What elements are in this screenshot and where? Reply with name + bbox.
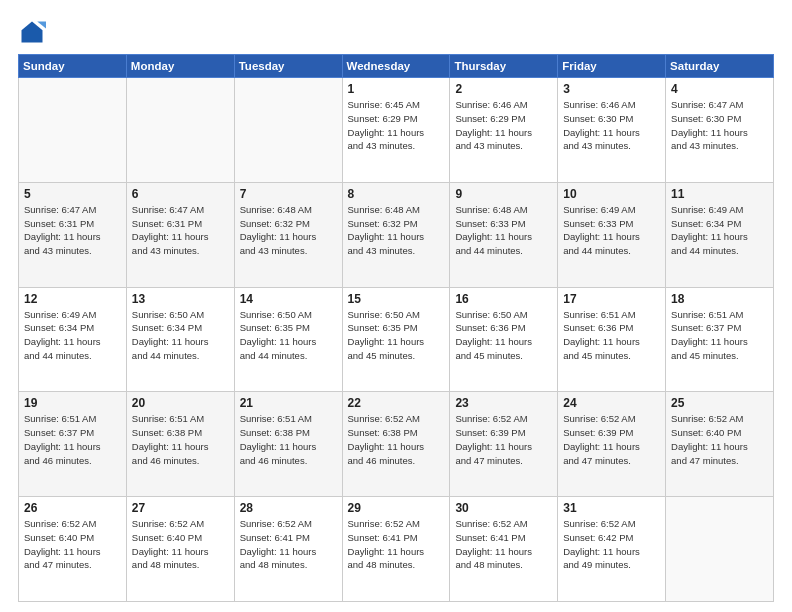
day-info: Sunrise: 6:49 AMSunset: 6:33 PMDaylight:… — [563, 203, 660, 258]
day-number: 20 — [132, 396, 229, 410]
weekday-tuesday: Tuesday — [234, 55, 342, 78]
calendar-cell: 21Sunrise: 6:51 AMSunset: 6:38 PMDayligh… — [234, 392, 342, 497]
day-info: Sunrise: 6:52 AMSunset: 6:40 PMDaylight:… — [24, 517, 121, 572]
day-info: Sunrise: 6:52 AMSunset: 6:39 PMDaylight:… — [563, 412, 660, 467]
calendar-cell: 24Sunrise: 6:52 AMSunset: 6:39 PMDayligh… — [558, 392, 666, 497]
calendar-table: SundayMondayTuesdayWednesdayThursdayFrid… — [18, 54, 774, 602]
calendar-cell: 25Sunrise: 6:52 AMSunset: 6:40 PMDayligh… — [666, 392, 774, 497]
logo — [18, 18, 50, 46]
calendar-cell: 4Sunrise: 6:47 AMSunset: 6:30 PMDaylight… — [666, 78, 774, 183]
calendar-cell: 22Sunrise: 6:52 AMSunset: 6:38 PMDayligh… — [342, 392, 450, 497]
weekday-saturday: Saturday — [666, 55, 774, 78]
day-number: 15 — [348, 292, 445, 306]
calendar-cell: 16Sunrise: 6:50 AMSunset: 6:36 PMDayligh… — [450, 287, 558, 392]
calendar-week-4: 19Sunrise: 6:51 AMSunset: 6:37 PMDayligh… — [19, 392, 774, 497]
calendar-cell — [19, 78, 127, 183]
day-info: Sunrise: 6:49 AMSunset: 6:34 PMDaylight:… — [671, 203, 768, 258]
day-info: Sunrise: 6:47 AMSunset: 6:30 PMDaylight:… — [671, 98, 768, 153]
weekday-thursday: Thursday — [450, 55, 558, 78]
calendar-cell: 23Sunrise: 6:52 AMSunset: 6:39 PMDayligh… — [450, 392, 558, 497]
day-info: Sunrise: 6:51 AMSunset: 6:38 PMDaylight:… — [132, 412, 229, 467]
day-number: 24 — [563, 396, 660, 410]
day-info: Sunrise: 6:46 AMSunset: 6:29 PMDaylight:… — [455, 98, 552, 153]
weekday-wednesday: Wednesday — [342, 55, 450, 78]
day-number: 7 — [240, 187, 337, 201]
day-number: 21 — [240, 396, 337, 410]
day-info: Sunrise: 6:51 AMSunset: 6:37 PMDaylight:… — [671, 308, 768, 363]
day-number: 1 — [348, 82, 445, 96]
calendar-cell: 8Sunrise: 6:48 AMSunset: 6:32 PMDaylight… — [342, 182, 450, 287]
day-number: 11 — [671, 187, 768, 201]
day-info: Sunrise: 6:45 AMSunset: 6:29 PMDaylight:… — [348, 98, 445, 153]
day-info: Sunrise: 6:48 AMSunset: 6:32 PMDaylight:… — [240, 203, 337, 258]
page: SundayMondayTuesdayWednesdayThursdayFrid… — [0, 0, 792, 612]
calendar-cell — [234, 78, 342, 183]
day-info: Sunrise: 6:52 AMSunset: 6:42 PMDaylight:… — [563, 517, 660, 572]
header — [18, 18, 774, 46]
weekday-header-row: SundayMondayTuesdayWednesdayThursdayFrid… — [19, 55, 774, 78]
calendar-week-5: 26Sunrise: 6:52 AMSunset: 6:40 PMDayligh… — [19, 497, 774, 602]
day-number: 27 — [132, 501, 229, 515]
calendar-cell: 14Sunrise: 6:50 AMSunset: 6:35 PMDayligh… — [234, 287, 342, 392]
day-info: Sunrise: 6:50 AMSunset: 6:34 PMDaylight:… — [132, 308, 229, 363]
calendar-cell: 7Sunrise: 6:48 AMSunset: 6:32 PMDaylight… — [234, 182, 342, 287]
day-number: 3 — [563, 82, 660, 96]
day-info: Sunrise: 6:46 AMSunset: 6:30 PMDaylight:… — [563, 98, 660, 153]
calendar-week-1: 1Sunrise: 6:45 AMSunset: 6:29 PMDaylight… — [19, 78, 774, 183]
calendar-cell: 15Sunrise: 6:50 AMSunset: 6:35 PMDayligh… — [342, 287, 450, 392]
calendar-cell: 17Sunrise: 6:51 AMSunset: 6:36 PMDayligh… — [558, 287, 666, 392]
calendar-cell: 11Sunrise: 6:49 AMSunset: 6:34 PMDayligh… — [666, 182, 774, 287]
calendar-cell: 3Sunrise: 6:46 AMSunset: 6:30 PMDaylight… — [558, 78, 666, 183]
day-number: 25 — [671, 396, 768, 410]
calendar-cell: 19Sunrise: 6:51 AMSunset: 6:37 PMDayligh… — [19, 392, 127, 497]
day-number: 14 — [240, 292, 337, 306]
day-number: 13 — [132, 292, 229, 306]
calendar-cell: 13Sunrise: 6:50 AMSunset: 6:34 PMDayligh… — [126, 287, 234, 392]
day-number: 4 — [671, 82, 768, 96]
day-number: 10 — [563, 187, 660, 201]
calendar-cell: 31Sunrise: 6:52 AMSunset: 6:42 PMDayligh… — [558, 497, 666, 602]
day-number: 2 — [455, 82, 552, 96]
day-info: Sunrise: 6:47 AMSunset: 6:31 PMDaylight:… — [24, 203, 121, 258]
calendar-cell: 30Sunrise: 6:52 AMSunset: 6:41 PMDayligh… — [450, 497, 558, 602]
day-number: 9 — [455, 187, 552, 201]
day-number: 22 — [348, 396, 445, 410]
day-number: 29 — [348, 501, 445, 515]
day-number: 6 — [132, 187, 229, 201]
calendar-cell: 12Sunrise: 6:49 AMSunset: 6:34 PMDayligh… — [19, 287, 127, 392]
calendar-cell: 26Sunrise: 6:52 AMSunset: 6:40 PMDayligh… — [19, 497, 127, 602]
calendar-cell: 6Sunrise: 6:47 AMSunset: 6:31 PMDaylight… — [126, 182, 234, 287]
calendar-cell: 27Sunrise: 6:52 AMSunset: 6:40 PMDayligh… — [126, 497, 234, 602]
day-info: Sunrise: 6:50 AMSunset: 6:35 PMDaylight:… — [348, 308, 445, 363]
calendar-cell: 20Sunrise: 6:51 AMSunset: 6:38 PMDayligh… — [126, 392, 234, 497]
day-info: Sunrise: 6:50 AMSunset: 6:35 PMDaylight:… — [240, 308, 337, 363]
calendar-cell — [666, 497, 774, 602]
calendar-cell: 1Sunrise: 6:45 AMSunset: 6:29 PMDaylight… — [342, 78, 450, 183]
calendar-cell: 18Sunrise: 6:51 AMSunset: 6:37 PMDayligh… — [666, 287, 774, 392]
day-info: Sunrise: 6:47 AMSunset: 6:31 PMDaylight:… — [132, 203, 229, 258]
day-number: 31 — [563, 501, 660, 515]
logo-icon — [18, 18, 46, 46]
day-info: Sunrise: 6:52 AMSunset: 6:40 PMDaylight:… — [671, 412, 768, 467]
day-number: 30 — [455, 501, 552, 515]
day-info: Sunrise: 6:52 AMSunset: 6:41 PMDaylight:… — [240, 517, 337, 572]
day-info: Sunrise: 6:52 AMSunset: 6:38 PMDaylight:… — [348, 412, 445, 467]
calendar-cell: 2Sunrise: 6:46 AMSunset: 6:29 PMDaylight… — [450, 78, 558, 183]
calendar-week-3: 12Sunrise: 6:49 AMSunset: 6:34 PMDayligh… — [19, 287, 774, 392]
calendar-week-2: 5Sunrise: 6:47 AMSunset: 6:31 PMDaylight… — [19, 182, 774, 287]
day-number: 26 — [24, 501, 121, 515]
day-info: Sunrise: 6:52 AMSunset: 6:41 PMDaylight:… — [348, 517, 445, 572]
calendar-cell: 10Sunrise: 6:49 AMSunset: 6:33 PMDayligh… — [558, 182, 666, 287]
day-number: 28 — [240, 501, 337, 515]
day-info: Sunrise: 6:48 AMSunset: 6:33 PMDaylight:… — [455, 203, 552, 258]
day-number: 5 — [24, 187, 121, 201]
day-info: Sunrise: 6:51 AMSunset: 6:38 PMDaylight:… — [240, 412, 337, 467]
day-info: Sunrise: 6:49 AMSunset: 6:34 PMDaylight:… — [24, 308, 121, 363]
calendar-cell: 29Sunrise: 6:52 AMSunset: 6:41 PMDayligh… — [342, 497, 450, 602]
day-info: Sunrise: 6:51 AMSunset: 6:37 PMDaylight:… — [24, 412, 121, 467]
day-number: 8 — [348, 187, 445, 201]
calendar-cell: 28Sunrise: 6:52 AMSunset: 6:41 PMDayligh… — [234, 497, 342, 602]
day-info: Sunrise: 6:52 AMSunset: 6:41 PMDaylight:… — [455, 517, 552, 572]
day-info: Sunrise: 6:50 AMSunset: 6:36 PMDaylight:… — [455, 308, 552, 363]
day-number: 16 — [455, 292, 552, 306]
